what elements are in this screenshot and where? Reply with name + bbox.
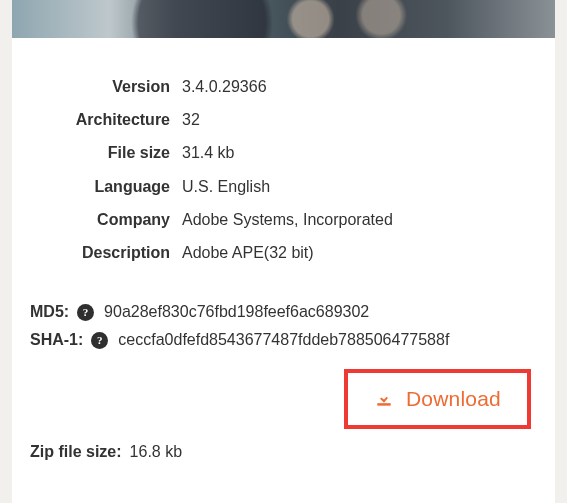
value-md5: 90a28ef830c76fbd198feef6ac689302 [104, 303, 369, 321]
zip-row: Zip file size: 16.8 kb [12, 437, 555, 461]
hash-section: MD5: ? 90a28ef830c76fbd198feef6ac689302 … [12, 279, 555, 349]
detail-row-file-size: File size 31.4 kb [36, 136, 531, 169]
hero-image [12, 0, 555, 38]
detail-row-company: Company Adobe Systems, Incorporated [36, 203, 531, 236]
value-version: 3.4.0.29366 [176, 70, 531, 103]
label-zip-size: Zip file size: [30, 443, 122, 461]
value-description: Adobe APE(32 bit) [176, 236, 531, 269]
label-sha1: SHA-1: [30, 331, 83, 349]
hash-row-md5: MD5: ? 90a28ef830c76fbd198feef6ac689302 [30, 303, 531, 321]
value-language: U.S. English [176, 170, 531, 203]
label-file-size: File size [36, 136, 176, 169]
detail-row-description: Description Adobe APE(32 bit) [36, 236, 531, 269]
value-file-size: 31.4 kb [176, 136, 531, 169]
value-architecture: 32 [176, 103, 531, 136]
download-area: Download [12, 359, 555, 437]
value-company: Adobe Systems, Incorporated [176, 203, 531, 236]
help-icon[interactable]: ? [77, 304, 94, 321]
label-description: Description [36, 236, 176, 269]
file-details-card: Version 3.4.0.29366 Architecture 32 File… [12, 0, 555, 503]
label-language: Language [36, 170, 176, 203]
details-table: Version 3.4.0.29366 Architecture 32 File… [36, 70, 531, 269]
value-sha1: ceccfa0dfefd8543677487fddeb788506477588f [118, 331, 449, 349]
hash-row-sha1: SHA-1: ? ceccfa0dfefd8543677487fddeb7885… [30, 331, 531, 349]
download-icon [374, 389, 394, 409]
detail-row-architecture: Architecture 32 [36, 103, 531, 136]
label-version: Version [36, 70, 176, 103]
download-button[interactable]: Download [344, 369, 531, 429]
details-section: Version 3.4.0.29366 Architecture 32 File… [12, 38, 555, 279]
help-icon[interactable]: ? [91, 332, 108, 349]
detail-row-version: Version 3.4.0.29366 [36, 70, 531, 103]
label-architecture: Architecture [36, 103, 176, 136]
label-md5: MD5: [30, 303, 69, 321]
value-zip-size: 16.8 kb [130, 443, 182, 461]
detail-row-language: Language U.S. English [36, 170, 531, 203]
download-button-label: Download [406, 387, 501, 411]
label-company: Company [36, 203, 176, 236]
